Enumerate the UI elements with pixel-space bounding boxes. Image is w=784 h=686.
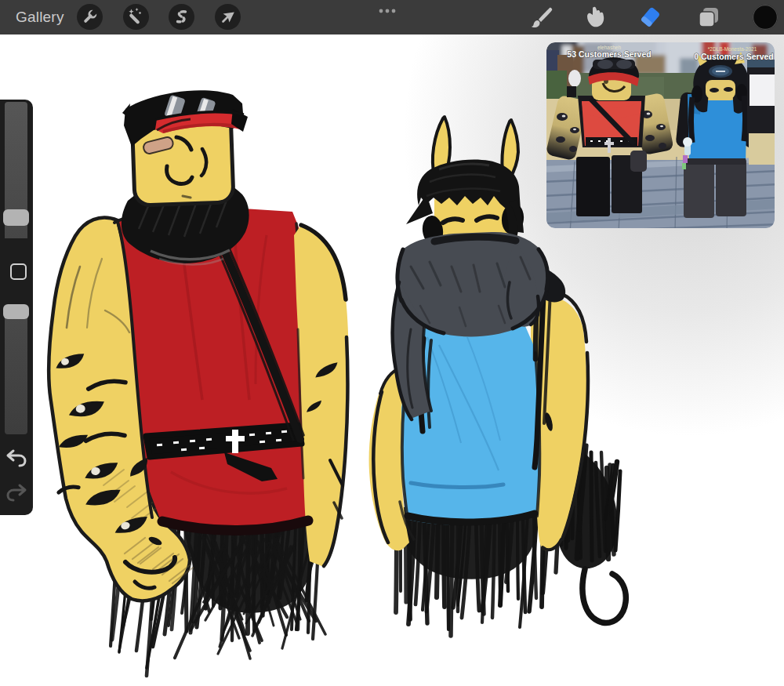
svg-text:53 Customers Served: 53 Customers Served [567, 49, 651, 59]
svg-text:0 Customers Served: 0 Customers Served [694, 52, 774, 61]
